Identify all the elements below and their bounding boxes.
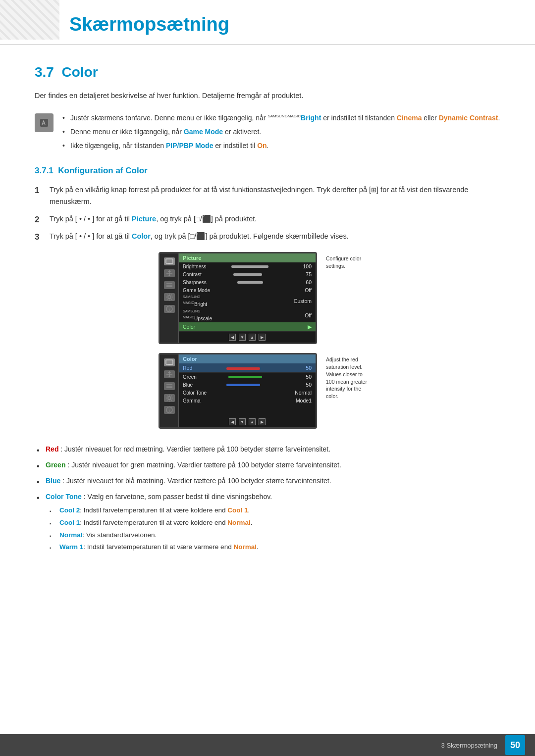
main-content: 3.7 Color Der findes en detaljeret beskr… xyxy=(0,45,535,587)
svg-rect-10 xyxy=(166,360,173,364)
sub-bullet-cool2: Cool 2: Indstil farvetemperaturen til at… xyxy=(46,505,500,516)
bullet-blue: Blue : Justér niveauet for blå mætning. … xyxy=(35,475,500,487)
svg-rect-2 xyxy=(166,259,173,263)
pencil-icon xyxy=(39,117,50,128)
monitor2-red: Red 50 xyxy=(179,363,316,373)
nav-up: ▲ xyxy=(249,334,256,341)
sidebar-icon-arrows xyxy=(164,269,175,277)
sidebar-icon-gear2 xyxy=(164,394,175,402)
monitor2-nav: ◀ ▼ ▲ ▶ xyxy=(179,416,316,427)
svg-text:i: i xyxy=(169,408,170,413)
intro-text: Der findes en detaljeret beskrivelse af … xyxy=(35,90,500,101)
subsection-title: 3.7.1 Konfiguration af Color xyxy=(35,166,500,176)
sub-bullet-cool1: Cool 1: Indstil farvetemperaturen til at… xyxy=(46,517,500,529)
bullet-section: Red : Justér niveauet for rød mætning. V… xyxy=(35,444,500,553)
monitor2-wrapper: i Color Red 50 Green xyxy=(159,353,376,429)
nav-down: ▼ xyxy=(239,334,246,341)
nav2-down: ▼ xyxy=(239,418,246,425)
step-2: 2 Tryk på [ • / • ] for at gå til Pictur… xyxy=(35,213,500,225)
note-item-3: Ikke tilgængelig, når tilstanden PIP/PBP… xyxy=(61,140,500,152)
step-3: 3 Tryk på [ • / • ] for at gå til Color,… xyxy=(35,230,500,243)
footer-page-number: 50 xyxy=(505,735,525,755)
svg-rect-11 xyxy=(168,364,170,365)
nav2-up: ▲ xyxy=(249,418,256,425)
monitor1-header: Picture xyxy=(179,253,316,262)
monitor1-wrapper: i Picture Brightness 100 Contra xyxy=(159,252,376,344)
bullet-list: Red : Justér niveauet for rød mætning. V… xyxy=(35,444,500,553)
sidebar-icon-info: i xyxy=(164,305,175,313)
sidebar-icon-arrows2 xyxy=(164,370,175,378)
svg-rect-3 xyxy=(168,263,170,264)
page-footer: 3 Skærmopsætning 50 xyxy=(0,734,535,756)
top-stripe-decoration xyxy=(0,0,59,40)
step-1: 1 Tryk på en vilkårlig knap forrest på p… xyxy=(35,184,500,208)
monitor2-blue: Blue 50 xyxy=(179,381,316,389)
sidebar-icon-screen2 xyxy=(164,358,175,366)
monitor2: i Color Red 50 Green xyxy=(159,353,317,429)
note-box: Justér skærmens tonfarve. Denne menu er … xyxy=(35,112,500,153)
sidebar-icon-lines xyxy=(164,281,175,289)
monitor1-brightness: Brightness 100 xyxy=(179,262,316,270)
nav2-left: ◀ xyxy=(229,418,236,425)
monitor-diagrams: i Picture Brightness 100 Contra xyxy=(35,252,500,429)
bullet-green: Green : Justér niveauet for grøn mætning… xyxy=(35,459,500,471)
monitor2-sidebar: i xyxy=(160,354,179,427)
monitor2-colortone: Color Tone Normal xyxy=(179,389,316,397)
monitor1-magicbright: SAMSUNGMAGICBright Custom xyxy=(179,294,316,308)
monitor1-color-item: Color ▶ xyxy=(179,322,316,332)
monitor1-nav: ◀ ▼ ▲ ▶ xyxy=(179,332,316,343)
monitor2-screen: Color Red 50 Green 50 xyxy=(179,354,316,427)
footer-section-text: 3 Skærmopsætning xyxy=(441,742,497,749)
sub-bullet-warm1: Warm 1: Indstil farvetemperaturen til at… xyxy=(46,542,500,553)
sub-bullet-list: Cool 2: Indstil farvetemperaturen til at… xyxy=(46,505,500,554)
monitor2-green: Green 50 xyxy=(179,373,316,381)
page-title: Skærmopsætning xyxy=(0,0,535,45)
bullet-colortone: Color Tone : Vælg en farvetone, som pass… xyxy=(35,491,500,554)
nav-right: ▶ xyxy=(259,334,266,341)
monitor1: i Picture Brightness 100 Contra xyxy=(159,252,317,344)
sidebar-icon-screen xyxy=(164,257,175,265)
svg-point-7 xyxy=(168,296,171,299)
note-item-1: Justér skærmens tonfarve. Denne menu er … xyxy=(61,112,500,124)
monitor1-gamemode: Game Mode Off xyxy=(179,286,316,294)
steps-list: 1 Tryk på en vilkårlig knap forrest på p… xyxy=(35,184,500,243)
page: Skærmopsætning 3.7 Color Der findes en d… xyxy=(0,0,535,756)
monitor2-note: Adjust the red saturation level. Values … xyxy=(322,353,376,403)
sidebar-icon-gear xyxy=(164,293,175,301)
bullet-red: Red : Justér niveauet for rød mætning. V… xyxy=(35,444,500,455)
monitor1-contrast: Contrast 75 xyxy=(179,270,316,278)
svg-point-15 xyxy=(168,397,171,400)
monitor2-header: Color xyxy=(179,354,316,363)
monitor1-sharpness: Sharpness 60 xyxy=(179,278,316,286)
note-item-2: Denne menu er ikke tilgængelig, når Game… xyxy=(61,126,500,138)
monitor1-screen: Picture Brightness 100 Contrast 75 xyxy=(179,253,316,343)
note-list: Justér skærmens tonfarve. Denne menu er … xyxy=(61,112,500,153)
sidebar-icon-lines2 xyxy=(164,382,175,390)
monitor1-note: Configure color settings. xyxy=(322,252,376,272)
monitor1-magicupscale: SAMSUNGMAGICUpscale Off xyxy=(179,308,316,323)
nav2-right: ▶ xyxy=(259,418,266,425)
monitor1-sidebar: i xyxy=(160,253,179,343)
svg-text:i: i xyxy=(169,307,170,312)
sub-bullet-normal: Normal: Vis standardfarvetonen. xyxy=(46,530,500,541)
monitor2-gamma: Gamma Mode1 xyxy=(179,397,316,404)
note-icon xyxy=(35,113,54,132)
nav-left: ◀ xyxy=(229,334,236,341)
sidebar-icon-info2: i xyxy=(164,406,175,414)
section-title: 3.7 Color xyxy=(35,64,500,80)
